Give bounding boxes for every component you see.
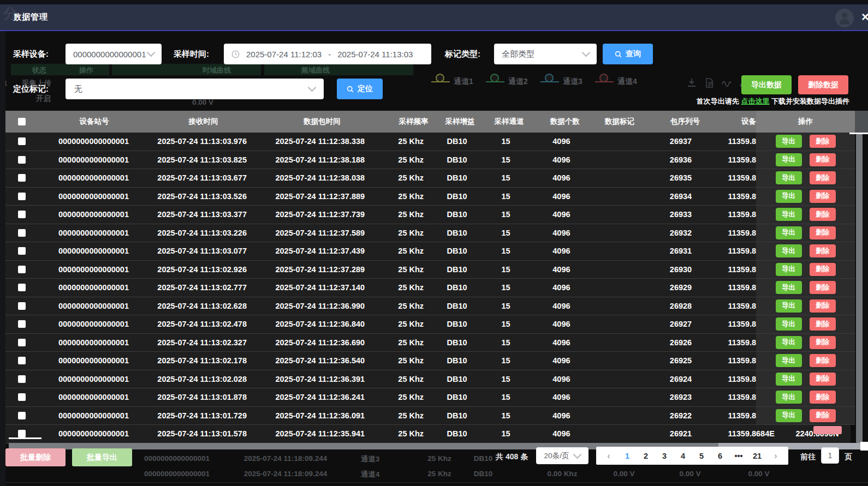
row-export-button[interactable]: 导出 <box>776 244 802 257</box>
page-number-button[interactable]: 6 <box>713 452 727 460</box>
operation-cell: 导出删除 <box>756 370 855 389</box>
goto-page-input[interactable] <box>821 447 839 464</box>
table-cell: 4096 <box>534 224 588 242</box>
select-all-checkbox[interactable] <box>18 118 26 125</box>
page-number-button[interactable]: 1 <box>620 452 634 460</box>
vertical-scrollbar[interactable] <box>856 134 863 443</box>
row-checkbox[interactable] <box>18 137 26 145</box>
device-label: 采样设备: <box>13 49 49 59</box>
modal-title: 数据管理 <box>13 12 48 22</box>
row-select-cell <box>5 151 38 169</box>
chevron-down-icon <box>573 450 582 459</box>
download-plugin-link[interactable]: 点击这里 <box>741 97 769 105</box>
row-checkbox[interactable] <box>18 193 26 200</box>
row-checkbox[interactable] <box>18 412 26 419</box>
row-delete-button[interactable]: 删除 <box>810 244 836 257</box>
export-data-button[interactable]: 导出数据 <box>741 75 792 94</box>
channel-legend-item: 通道3 <box>540 77 582 87</box>
download-icon <box>686 77 698 89</box>
background-table-row: 00000000000000012025-07-24 11:18:09.244通… <box>0 470 868 481</box>
time-range-input[interactable]: 2025-07-24 11:12:03 - 2025-07-24 11:13:0… <box>224 44 431 64</box>
delete-data-button[interactable]: 删除数据 <box>798 75 848 94</box>
row-export-button[interactable]: 导出 <box>776 336 802 349</box>
row-checkbox[interactable] <box>18 266 26 273</box>
row-checkbox[interactable] <box>18 430 26 437</box>
mark-type-label: 标记类型: <box>445 49 480 59</box>
close-icon[interactable]: × <box>861 10 868 23</box>
row-delete-button[interactable]: 删除 <box>810 391 836 404</box>
row-checkbox[interactable] <box>18 284 26 291</box>
row-checkbox[interactable] <box>18 229 26 237</box>
row-export-button[interactable]: 导出 <box>776 373 802 386</box>
row-export-button[interactable]: 导出 <box>776 208 802 221</box>
row-export-button[interactable]: 导出 <box>776 190 802 203</box>
row-delete-button[interactable]: 删除 <box>810 263 836 276</box>
row-checkbox[interactable] <box>18 156 26 164</box>
locate-mark-select[interactable]: 无 <box>66 79 324 99</box>
h-scrollbar-thumb[interactable] <box>9 437 41 439</box>
row-delete-button[interactable]: 删除 <box>810 171 836 184</box>
mark-type-select[interactable]: 全部类型 <box>494 44 597 64</box>
operation-cell: 导出删除 <box>756 206 855 224</box>
device-select[interactable]: 0000000000000001 <box>66 44 162 64</box>
row-checkbox[interactable] <box>18 174 26 182</box>
row-select-cell <box>5 334 38 352</box>
page-number-button[interactable]: 4 <box>676 452 690 460</box>
row-delete-button[interactable]: 删除 <box>810 336 836 349</box>
row-checkbox[interactable] <box>18 302 26 310</box>
page-next-button[interactable]: › <box>769 451 783 461</box>
row-delete-button[interactable]: 删除 <box>810 299 836 313</box>
batch-export-button[interactable]: 批量导出 <box>72 448 132 466</box>
column-header: 数据包时间 <box>257 111 388 133</box>
row-checkbox[interactable] <box>18 211 26 218</box>
row-export-button[interactable]: 导出 <box>776 354 802 367</box>
batch-delete-button[interactable]: 批量删除 <box>5 448 66 466</box>
operation-cell: 导出删除 <box>756 407 855 425</box>
row-export-button[interactable]: 导出 <box>776 391 802 404</box>
table-cell <box>588 151 643 169</box>
page-size-select[interactable]: 20条/页 <box>536 447 588 464</box>
row-delete-button[interactable]: 删除 <box>810 153 836 166</box>
row-export-button[interactable]: 导出 <box>776 299 802 313</box>
table-cell: DB10 <box>437 407 478 425</box>
row-checkbox[interactable] <box>18 247 26 255</box>
row-delete-button[interactable]: 删除 <box>810 190 836 203</box>
row-export-button[interactable]: 导出 <box>776 153 802 166</box>
page-number-button[interactable]: 3 <box>657 452 671 460</box>
table-cell: 15 <box>477 133 534 151</box>
row-export-button[interactable]: 导出 <box>776 226 802 239</box>
row-checkbox[interactable] <box>18 339 26 346</box>
page-prev-button[interactable]: ‹ <box>602 451 616 461</box>
row-select-cell <box>5 407 38 425</box>
table-cell: 26923 <box>643 388 718 406</box>
background-tab-label: 状态 <box>32 65 46 75</box>
row-delete-button[interactable]: 删除 <box>810 409 836 422</box>
row-checkbox[interactable] <box>18 393 26 401</box>
row-export-button[interactable]: 导出 <box>776 409 802 422</box>
row-checkbox[interactable] <box>18 320 26 328</box>
table-cell: 26921 <box>643 425 718 443</box>
row-delete-button[interactable]: 删除 <box>810 208 836 221</box>
row-delete-button[interactable]: 删除 <box>810 354 836 367</box>
table-cell: 15 <box>477 169 534 187</box>
row-delete-button[interactable]: 删除 <box>810 226 836 239</box>
row-export-button[interactable]: 导出 <box>776 281 802 294</box>
page-number-button[interactable]: 2 <box>639 452 653 460</box>
row-delete-button[interactable]: 删除 <box>810 135 836 148</box>
row-checkbox[interactable] <box>18 357 26 364</box>
row-export-button[interactable]: 导出 <box>776 135 802 148</box>
row-export-button[interactable]: 导出 <box>776 263 802 276</box>
column-header: 数据个数 <box>538 111 592 133</box>
query-button[interactable]: 查询 <box>603 44 653 64</box>
page-number-button[interactable]: 5 <box>694 452 709 460</box>
row-delete-button[interactable]: 删除 <box>810 373 836 386</box>
row-delete-button[interactable]: 删除 <box>810 281 836 294</box>
row-export-button[interactable]: 导出 <box>776 171 802 184</box>
row-checkbox[interactable] <box>18 375 26 383</box>
page-number-button[interactable]: 21 <box>750 452 764 460</box>
locate-mark-value: 无 <box>74 84 82 94</box>
locate-button[interactable]: 定位 <box>337 79 383 99</box>
row-export-button[interactable]: 导出 <box>776 317 802 331</box>
row-delete-button[interactable]: 删除 <box>810 317 836 331</box>
operation-cell: 导出删除 <box>756 151 855 170</box>
